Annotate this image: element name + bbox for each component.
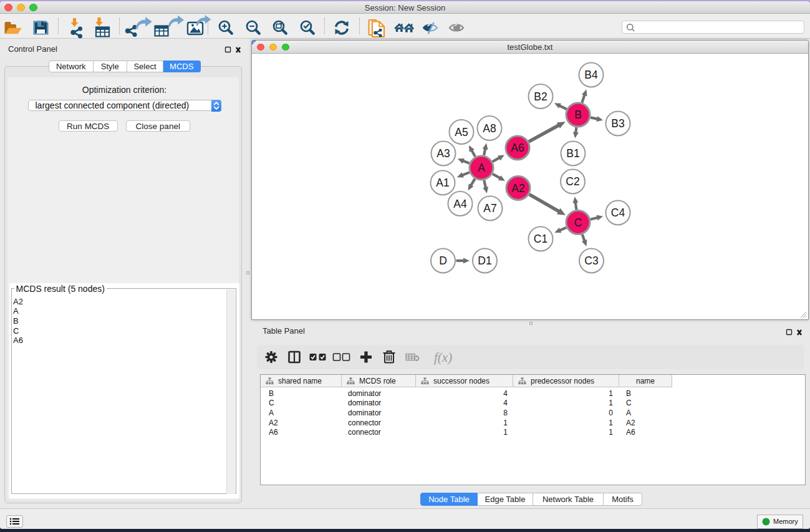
svg-text:D: D xyxy=(439,254,447,267)
svg-text:C1: C1 xyxy=(534,233,547,245)
svg-text:A8: A8 xyxy=(483,122,496,135)
svg-text:A5: A5 xyxy=(455,126,468,138)
svg-text:A4: A4 xyxy=(453,198,467,210)
svg-text:C: C xyxy=(574,216,582,229)
svg-text:A3: A3 xyxy=(436,147,450,160)
svg-text:C3: C3 xyxy=(584,254,598,267)
svg-text:A2: A2 xyxy=(511,182,524,195)
svg-text:A: A xyxy=(478,162,485,174)
svg-text:B2: B2 xyxy=(534,90,547,103)
svg-text:A1: A1 xyxy=(436,177,449,189)
svg-text:f(x): f(x) xyxy=(434,350,452,365)
svg-text:C2: C2 xyxy=(566,175,579,188)
svg-text:D1: D1 xyxy=(478,254,491,267)
svg-text:B4: B4 xyxy=(584,69,598,81)
svg-text:B3: B3 xyxy=(611,117,624,130)
svg-text:B: B xyxy=(574,109,582,121)
svg-text:A7: A7 xyxy=(483,202,496,215)
svg-text:B1: B1 xyxy=(566,147,579,160)
svg-text:A6: A6 xyxy=(511,142,524,154)
svg-text:C4: C4 xyxy=(611,206,625,219)
